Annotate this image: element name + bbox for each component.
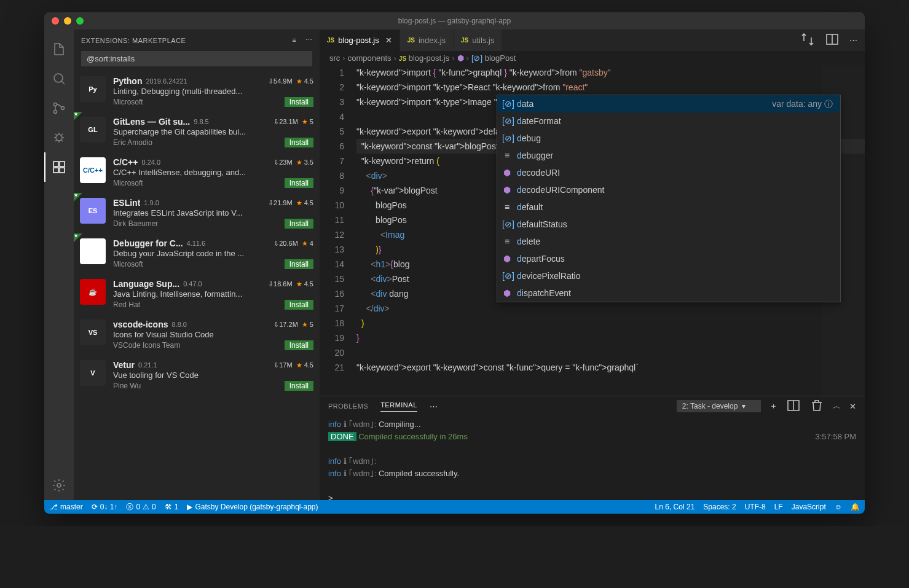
- rating: ★ 4: [302, 240, 313, 248]
- indentation[interactable]: Spaces: 2: [703, 503, 736, 511]
- settings-gear-icon[interactable]: [44, 471, 74, 500]
- extensions-search-input[interactable]: [81, 51, 312, 66]
- maximize-window[interactable]: [76, 17, 84, 25]
- code-line[interactable]: "k-keyword">import "k-type">React "k-key…: [356, 80, 865, 95]
- terminal-selector[interactable]: 2: Task - develop ▾: [677, 400, 761, 412]
- extensions-list[interactable]: Py Python 2019.6.24221 ⇩54.9M ★ 4.5 Lint…: [74, 71, 320, 500]
- editor-more-icon[interactable]: ⋯: [849, 36, 857, 45]
- kill-terminal-icon[interactable]: [809, 398, 824, 415]
- suggestion-item[interactable]: [⊘] devicePixelRatio: [497, 267, 840, 284]
- extensions-icon[interactable]: [44, 152, 74, 182]
- suggestion-type-icon: ⬢: [502, 286, 512, 300]
- extension-item[interactable]: GL GitLens — Git su... 9.8.5 ⇩23.1M ★ 5 …: [74, 112, 320, 152]
- suggestion-item[interactable]: [⊘] defaultStatus: [497, 216, 840, 233]
- explorer-icon[interactable]: [44, 34, 74, 64]
- extension-publisher: Eric Amodio: [113, 138, 152, 147]
- filter-icon[interactable]: ≡: [293, 36, 297, 44]
- maximize-panel-icon[interactable]: ︿: [833, 401, 841, 412]
- suggestion-item[interactable]: ≡ debugger: [497, 147, 840, 164]
- install-button[interactable]: Install: [285, 300, 313, 310]
- close-tab-icon[interactable]: ✕: [385, 36, 392, 45]
- extension-item[interactable]: ES ESLint 1.9.0 ⇩21.9M ★ 4.5 Integrates …: [74, 193, 320, 233]
- extension-description: C/C++ IntelliSense, debugging, and...: [113, 168, 313, 177]
- extension-name: C/C++: [113, 157, 138, 167]
- svg-rect-7: [60, 168, 65, 173]
- extension-item[interactable]: Py Python 2019.6.24221 ⇩54.9M ★ 4.5 Lint…: [74, 71, 320, 112]
- install-button[interactable]: Install: [285, 219, 313, 229]
- git-sync[interactable]: ⟳ 0↓ 1↑: [92, 503, 118, 511]
- suggestion-item[interactable]: [⊘] dateFormat: [497, 112, 840, 130]
- search-icon[interactable]: [44, 64, 74, 93]
- git-branch[interactable]: ⎇ master: [49, 503, 83, 511]
- svg-rect-6: [53, 168, 58, 173]
- suggestion-item[interactable]: ⬢ departFocus: [497, 250, 840, 267]
- suggestion-item[interactable]: ≡ delete: [497, 233, 840, 250]
- rating: ★ 4.5: [296, 361, 313, 369]
- extension-item[interactable]: V Vetur 0.21.1 ⇩17M ★ 4.5 Vue tooling fo…: [74, 355, 320, 396]
- suggestion-item[interactable]: ⬢ decodeURIComponent: [497, 181, 840, 198]
- install-button[interactable]: Install: [285, 340, 313, 350]
- install-button[interactable]: Install: [285, 259, 313, 269]
- editor-tab[interactable]: JSindex.js: [400, 29, 454, 51]
- problems-status[interactable]: ⓧ 0 ⚠ 0: [126, 502, 155, 512]
- install-button[interactable]: Install: [285, 381, 313, 391]
- new-terminal-icon[interactable]: ＋: [769, 401, 777, 412]
- vscode-window: blog-post.js — gatsby-graphql-app EXTENS…: [44, 12, 865, 514]
- code-line[interactable]: "k-keyword">import { "k-func">graphql } …: [356, 65, 865, 80]
- install-button[interactable]: Install: [285, 178, 313, 188]
- breadcrumb-segment[interactable]: [⊘] blogPost: [471, 53, 516, 63]
- code-line[interactable]: ): [356, 316, 865, 331]
- suggestion-item[interactable]: [⊘] debug: [497, 130, 840, 147]
- breadcrumb-segment[interactable]: JS blog-post.js: [399, 53, 449, 63]
- terminal-output[interactable]: info ℹ ｢wdm｣: Compiling...DONE Compiled …: [320, 416, 865, 500]
- encoding[interactable]: UTF-8: [745, 503, 766, 511]
- source-control-icon[interactable]: [44, 93, 74, 123]
- panel-tab-terminal[interactable]: TERMINAL: [380, 401, 417, 412]
- extension-item[interactable]: Cr Debugger for C... 4.11.6 ⇩20.6M ★ 4 D…: [74, 233, 320, 274]
- split-terminal-icon[interactable]: [786, 398, 801, 415]
- rating: ★ 5: [302, 321, 313, 329]
- suggestion-item[interactable]: [⊘] data var data: any ⓘ: [497, 95, 840, 112]
- panel-more-icon[interactable]: ⋯: [430, 402, 438, 411]
- extension-description: Vue tooling for VS Code: [113, 370, 313, 380]
- code-editor[interactable]: 123456789101112131415161718192021 "k-key…: [320, 65, 865, 396]
- install-button[interactable]: Install: [285, 138, 313, 147]
- compare-changes-icon[interactable]: [800, 32, 815, 49]
- close-window[interactable]: [52, 17, 59, 25]
- tools-status[interactable]: 🛠 1: [165, 503, 179, 511]
- rating: ★ 4.5: [296, 199, 313, 207]
- code-line[interactable]: "k-keyword">export "k-keyword">const "k-…: [356, 360, 865, 375]
- editor-tab[interactable]: JSutils.js: [454, 29, 502, 51]
- feedback-icon[interactable]: ☺: [835, 503, 842, 511]
- panel-tab-problems[interactable]: PROBLEMS: [328, 402, 368, 410]
- extension-item[interactable]: C/C++ C/C++ 0.24.0 ⇩23M ★ 3.5 C/C++ Inte…: [74, 152, 320, 193]
- svg-rect-5: [53, 162, 58, 167]
- breadcrumbs[interactable]: src›components›JS blog-post.js›⬢ ›[⊘] bl…: [320, 51, 865, 65]
- language-mode[interactable]: JavaScript: [792, 503, 826, 511]
- more-icon[interactable]: ⋯: [305, 36, 313, 44]
- breadcrumb-segment[interactable]: ⬢: [457, 53, 464, 63]
- split-editor-icon[interactable]: [825, 32, 840, 49]
- extension-item[interactable]: VS vscode-icons 8.8.0 ⇩17.2M ★ 5 Icons f…: [74, 315, 320, 355]
- minimize-window[interactable]: [64, 17, 71, 25]
- code-line[interactable]: [356, 345, 865, 360]
- cursor-position[interactable]: Ln 6, Col 21: [655, 503, 695, 511]
- breadcrumb-segment[interactable]: src: [329, 53, 340, 63]
- suggestion-item[interactable]: ≡ default: [497, 198, 840, 216]
- suggestion-item[interactable]: ⬢ dispatchEvent: [497, 284, 840, 302]
- install-button[interactable]: Install: [285, 97, 313, 107]
- code-line[interactable]: </div>: [356, 301, 865, 316]
- extension-item[interactable]: ☕ Language Sup... 0.47.0 ⇩18.6M ★ 4.5 Ja…: [74, 274, 320, 315]
- code-line[interactable]: }: [356, 331, 865, 345]
- breadcrumb-segment[interactable]: components: [348, 53, 392, 63]
- eol[interactable]: LF: [774, 503, 783, 511]
- notifications-icon[interactable]: 🔔: [851, 503, 860, 511]
- debug-icon[interactable]: [44, 123, 74, 152]
- rating: ★ 3.5: [296, 159, 313, 167]
- traffic-lights: [44, 17, 84, 25]
- editor-tab[interactable]: JSblog-post.js✕: [320, 29, 400, 51]
- intellisense-popup[interactable]: [⊘] data var data: any ⓘ[⊘] dateFormat […: [497, 95, 841, 302]
- task-status[interactable]: ▶ Gatsby Develop (gatsby-graphql-app): [187, 503, 318, 511]
- suggestion-item[interactable]: ⬢ decodeURI: [497, 164, 840, 181]
- close-panel-icon[interactable]: ✕: [849, 402, 856, 411]
